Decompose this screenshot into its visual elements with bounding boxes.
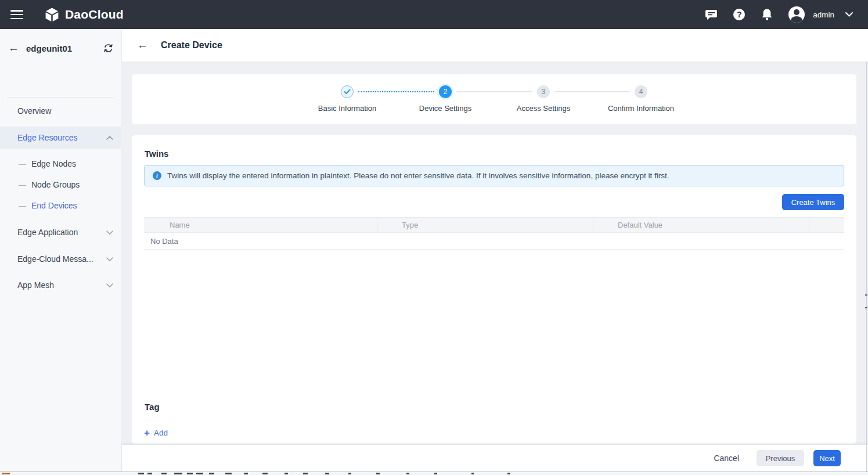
notification-bell-icon[interactable] — [761, 8, 773, 21]
next-button[interactable]: Next — [813, 450, 841, 466]
brand-name: DaoCloud — [65, 8, 124, 21]
step-2-device-settings[interactable]: 2 — [439, 85, 452, 98]
refresh-icon[interactable] — [103, 44, 113, 53]
sidebar-item-edge-nodes[interactable]: — Edge Nodes — [0, 153, 121, 174]
sidebar-back-icon[interactable]: ← — [8, 42, 19, 55]
add-tag-button[interactable]: + Add — [144, 429, 168, 437]
dash-bullet: — — [19, 181, 26, 189]
twins-info-alert: i Twins will display the entered informa… — [144, 165, 844, 186]
sidebar-item-edge-resources[interactable]: Edge Resources — [0, 127, 121, 149]
previous-button[interactable]: Previous — [757, 450, 804, 466]
message-icon[interactable] — [705, 8, 718, 21]
step-3-access-settings[interactable]: 3 — [537, 85, 550, 98]
sidebar-item-edge-application[interactable]: Edge Application — [0, 221, 121, 243]
user-menu-chevron-down-icon[interactable] — [842, 8, 855, 21]
step-label-basic-information: Basic Information — [295, 104, 399, 113]
user-avatar[interactable] — [788, 6, 805, 23]
scrollbar-thumb-top[interactable] — [865, 294, 867, 296]
twins-table-empty-row: No Data — [144, 233, 844, 250]
scrollbar-track[interactable] — [866, 62, 867, 472]
username: admin — [813, 10, 834, 19]
twins-table: Name Type Default Value No Data — [144, 217, 844, 250]
sidebar-item-end-devices[interactable]: — End Devices — [0, 195, 121, 216]
dash-bullet: — — [19, 160, 26, 168]
column-header-name: Name — [144, 218, 377, 232]
step-connector-done — [358, 91, 434, 92]
step-connector — [456, 91, 532, 92]
chevron-down-icon — [106, 283, 113, 287]
top-navigation-bar: DaoCloud ? admin — [0, 0, 868, 29]
menu-hamburger-icon[interactable] — [10, 10, 23, 19]
plus-icon: + — [144, 429, 150, 437]
step-1-basic-information[interactable] — [341, 85, 354, 98]
tag-heading: Tag — [145, 402, 160, 412]
daocloud-cube-icon — [44, 7, 60, 23]
brand-logo[interactable]: DaoCloud — [44, 7, 124, 23]
twins-table-header: Name Type Default Value — [144, 217, 844, 233]
action-footer: Cancel Previous Next — [122, 445, 868, 472]
chevron-down-icon — [106, 257, 113, 261]
page-title: Create Device — [161, 40, 222, 51]
page-header: ← Create Device — [122, 29, 868, 62]
column-header-actions — [809, 218, 844, 232]
bottom-cutoff-strip — [0, 472, 868, 475]
chevron-up-icon — [106, 136, 113, 140]
sidebar-divider — [7, 97, 114, 98]
sidebar: ← edgeunit01 Overview Edge Resources — E… — [0, 29, 121, 475]
twins-heading: Twins — [145, 149, 168, 159]
step-label-access-settings: Access Settings — [491, 104, 596, 113]
column-header-type: Type — [377, 218, 593, 232]
check-icon — [344, 89, 351, 95]
help-icon[interactable]: ? — [733, 8, 745, 21]
dash-bullet: — — [19, 201, 26, 210]
step-connector — [554, 91, 630, 92]
stepper-card — [132, 74, 856, 124]
chevron-down-icon — [106, 231, 113, 235]
sidebar-item-overview[interactable]: Overview — [0, 100, 121, 122]
sidebar-item-node-groups[interactable]: — Node Groups — [0, 174, 121, 195]
sidebar-item-app-mesh[interactable]: App Mesh — [0, 274, 121, 296]
info-icon: i — [153, 171, 161, 180]
step-4-confirm-information[interactable]: 4 — [635, 85, 647, 98]
step-label-device-settings: Device Settings — [393, 104, 498, 113]
sidebar-title: edgeunit01 — [26, 44, 72, 53]
sidebar-item-edge-cloud-message[interactable]: Edge-Cloud Messa... — [0, 248, 121, 270]
step-label-confirm-information: Confirm Information — [589, 104, 693, 113]
twins-alert-text: Twins will display the entered informati… — [167, 171, 669, 180]
page-back-icon[interactable]: ← — [137, 39, 148, 52]
column-header-default-value: Default Value — [593, 218, 809, 232]
scrollbar-thumb-bottom[interactable] — [865, 307, 867, 308]
create-twins-button[interactable]: Create Twins — [782, 194, 844, 210]
device-settings-panel: Twins i Twins will display the entered i… — [132, 135, 856, 444]
cancel-button[interactable]: Cancel — [714, 454, 739, 463]
add-tag-label: Add — [154, 429, 168, 437]
